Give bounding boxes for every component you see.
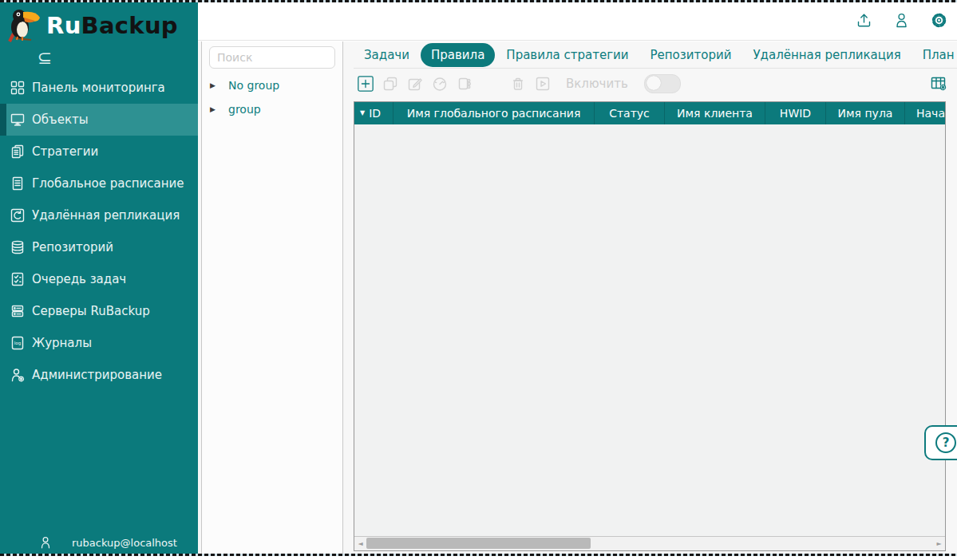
sidebar-menu: Панель мониторинга Объекты Стратегии Гло…	[0, 72, 198, 391]
logo-backup-text: Backup	[81, 12, 178, 39]
servers-icon	[10, 303, 26, 319]
topbar	[198, 0, 957, 41]
sidebar-item-label: Панель мониторинга	[32, 81, 165, 95]
column-header-id[interactable]: ▼ ID	[354, 102, 393, 124]
settings-gear-icon[interactable]	[930, 11, 948, 30]
help-icon: ?	[935, 432, 956, 453]
column-label: Имя глобального расписания	[407, 107, 581, 120]
sidebar-item-label: Глобальное расписание	[32, 176, 184, 191]
duplicate-button[interactable]	[381, 74, 400, 93]
column-label: Статус	[609, 107, 650, 120]
column-header-client-name[interactable]: Имя клиента	[664, 102, 765, 124]
enable-label: Включить	[566, 77, 628, 91]
sidebar-item-label: Очередь задач	[32, 272, 126, 286]
sidebar-item-label: Репозиторий	[32, 240, 113, 254]
tree-expand-icon[interactable]: ▶	[210, 81, 218, 89]
svg-text:log: log	[14, 341, 21, 346]
sidebar-item-global-schedule[interactable]: Глобальное расписание	[0, 168, 198, 199]
edit-button[interactable]	[405, 74, 425, 93]
logs-icon: log	[10, 335, 26, 351]
screenshot-dashed-border-top	[0, 0, 957, 2]
app-logo: RuBackup	[0, 0, 198, 46]
administration-icon	[10, 367, 26, 383]
topbar-icons	[855, 11, 948, 30]
table-header-row: ▼ ID Имя глобального расписания Статус И…	[354, 102, 945, 124]
rules-table: ▼ ID Имя глобального расписания Статус И…	[354, 101, 946, 551]
sidebar-item-label: Журналы	[32, 336, 92, 350]
sidebar-item-remote-replication[interactable]: Удалённая репликация	[0, 199, 198, 231]
global-schedule-icon	[10, 175, 26, 191]
column-label: HWID	[780, 107, 811, 120]
column-label: Имя клиента	[677, 107, 753, 120]
app-title: RuBackup	[46, 14, 178, 37]
scroll-right-icon[interactable]: ►	[933, 537, 945, 550]
repository-icon	[10, 239, 26, 255]
column-header-schedule-name[interactable]: Имя глобального расписания	[393, 102, 594, 124]
tree-item-no-group[interactable]: ▶ No group	[202, 73, 342, 97]
column-header-period-start[interactable]: Начало периода	[904, 102, 945, 124]
table-body-empty	[354, 124, 945, 536]
tab-strategy-rules[interactable]: Правила стратегии	[496, 43, 639, 67]
column-label: Начало периода	[916, 107, 945, 120]
run-button[interactable]	[533, 74, 552, 93]
copy-properties-button[interactable]	[455, 74, 474, 93]
sidebar-item-label: Серверы RuBackup	[32, 304, 150, 318]
sidebar-item-servers[interactable]: Серверы RuBackup	[0, 295, 198, 327]
sidebar-item-administration[interactable]: Администрирование	[0, 359, 198, 391]
tree-item-label: group	[228, 103, 261, 116]
objects-monitor-icon	[10, 112, 26, 128]
sidebar: RuBackup ⊆ Панель мониторинга Объекты Ст…	[0, 0, 198, 554]
sidebar-item-strategies[interactable]: Стратегии	[0, 136, 198, 168]
toucan-logo-icon	[6, 7, 43, 44]
collapse-sidebar-icon[interactable]: ⊆	[34, 46, 56, 69]
sidebar-item-label: Объекты	[32, 112, 89, 127]
sidebar-footer: rubackup@localhost	[38, 535, 177, 550]
sidebar-item-label: Удалённая репликация	[32, 208, 180, 223]
user-icon	[38, 535, 53, 550]
table-settings-icon[interactable]	[930, 75, 947, 93]
tab-repository[interactable]: Репозиторий	[640, 43, 742, 67]
sidebar-item-label: Администрирование	[32, 368, 162, 382]
enable-toggle[interactable]	[644, 74, 681, 93]
tree-expand-icon[interactable]: ▶	[210, 105, 218, 113]
scroll-left-icon[interactable]: ◄	[354, 537, 366, 550]
sidebar-item-dashboard[interactable]: Панель мониторинга	[0, 72, 198, 104]
column-label: ID	[369, 107, 381, 120]
tree-item-label: No group	[228, 79, 279, 92]
search-input[interactable]	[209, 46, 335, 69]
main-panel: Задачи Правила Правила стратегии Репозит…	[354, 41, 957, 554]
tab-remote-replication[interactable]: Удалённая репликация	[742, 43, 911, 67]
sidebar-item-logs[interactable]: log Журналы	[0, 327, 198, 359]
upload-icon[interactable]	[855, 11, 873, 30]
groups-panel: ▶ No group ▶ group	[201, 41, 343, 554]
user-account-icon[interactable]	[892, 11, 911, 30]
group-tree: ▶ No group ▶ group	[202, 73, 342, 121]
column-header-pool-name[interactable]: Имя пула	[825, 102, 904, 124]
tab-rules[interactable]: Правила	[421, 43, 495, 67]
tree-item-group[interactable]: ▶ group	[202, 97, 342, 121]
schedule-clock-button[interactable]	[430, 74, 449, 93]
dashboard-icon	[10, 80, 26, 96]
remote-replication-icon	[10, 207, 26, 223]
sidebar-item-label: Стратегии	[32, 144, 98, 159]
column-header-hwid[interactable]: HWID	[765, 102, 825, 124]
sidebar-item-repository[interactable]: Репозиторий	[0, 231, 198, 263]
tab-recovery-plan[interactable]: План восстановления	[912, 43, 957, 67]
tab-tasks[interactable]: Задачи	[354, 43, 420, 67]
add-rule-button[interactable]	[356, 74, 375, 93]
help-button[interactable]: ?	[924, 425, 957, 460]
column-header-status[interactable]: Статус	[594, 102, 664, 124]
horizontal-scrollbar[interactable]: ◄ ►	[354, 536, 945, 550]
delete-button[interactable]	[508, 74, 528, 93]
logo-ru-text: Ru	[46, 12, 81, 39]
strategies-icon	[10, 144, 26, 160]
sort-desc-icon: ▼	[360, 110, 365, 116]
toolbar: Включить	[354, 69, 957, 99]
scrollbar-thumb[interactable]	[366, 538, 591, 549]
screenshot-dashed-border-bottom	[0, 554, 957, 556]
tab-bar: Задачи Правила Правила стратегии Репозит…	[354, 41, 957, 69]
content-area: ▶ No group ▶ group Задачи Правила Правил…	[198, 41, 957, 554]
logged-in-user: rubackup@localhost	[72, 537, 177, 549]
sidebar-item-objects[interactable]: Объекты	[0, 104, 198, 136]
sidebar-item-task-queue[interactable]: Очередь задач	[0, 263, 198, 295]
